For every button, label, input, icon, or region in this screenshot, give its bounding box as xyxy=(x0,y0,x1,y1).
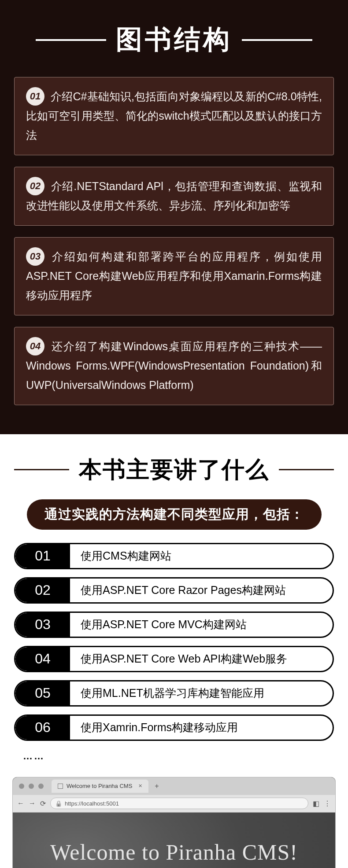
rule-right xyxy=(242,39,312,41)
browser-tab[interactable]: Welcome to Piranha CMS ✕ xyxy=(52,780,148,793)
item-text: 还介绍了构建Windows桌面应用程序的三种技术——Windows Forms.… xyxy=(26,340,322,391)
section2-subtitle: 通过实践的方法构建不同类型应用，包括： xyxy=(27,499,322,530)
topic-text: 使用ASP.NET Core Web API构建Web服务 xyxy=(70,652,287,666)
topic-text: 使用ASP.NET Core MVC构建网站 xyxy=(70,617,247,632)
extension-icon[interactable]: ◧ xyxy=(313,799,319,808)
menu-icon[interactable]: ⋮ xyxy=(324,799,331,808)
topic-text: 使用ML.NET机器学习库构建智能应用 xyxy=(70,686,264,700)
structure-item: 03介绍如何构建和部署跨平台的应用程序，例如使用ASP.NET Core构建We… xyxy=(14,237,334,315)
section2-title-row: 本书主要讲了什么 xyxy=(14,454,334,485)
item-badge: 04 xyxy=(26,337,44,355)
book-structure-panel: 图书结构 01介绍C#基础知识,包括面向对象编程以及新的C#8.0特性,比如可空… xyxy=(0,0,348,434)
url-text: https://localhost:5001 xyxy=(65,800,119,807)
browser-screenshot: Welcome to Piranha CMS ✕ + ← → ⟳ 🔒 https… xyxy=(0,777,348,868)
tab-title: Welcome to Piranha CMS xyxy=(67,783,132,789)
rule-right xyxy=(279,469,334,470)
page-icon xyxy=(58,784,63,789)
structure-item: 01介绍C#基础知识,包括面向对象编程以及新的C#8.0特性,比如可空引用类型、… xyxy=(14,77,334,155)
browser-window: Welcome to Piranha CMS ✕ + ← → ⟳ 🔒 https… xyxy=(12,777,336,868)
topic-item: 03 使用ASP.NET Core MVC构建网站 xyxy=(14,612,334,638)
topic-item: 05 使用ML.NET机器学习库构建智能应用 xyxy=(14,680,334,707)
topic-num: 02 xyxy=(15,579,70,602)
book-topics-panel: 本书主要讲了什么 通过实践的方法构建不同类型应用，包括： 01 使用CMS构建网… xyxy=(0,434,348,777)
browser-tabbar: Welcome to Piranha CMS ✕ + xyxy=(13,777,335,795)
structure-item: 04还介绍了构建Windows桌面应用程序的三种技术——Windows Form… xyxy=(14,327,334,405)
url-field[interactable]: 🔒 https://localhost:5001 xyxy=(50,798,308,809)
topic-item: 04 使用ASP.NET Core Web API构建Web服务 xyxy=(14,646,334,672)
item-text: 介绍如何构建和部署跨平台的应用程序，例如使用ASP.NET Core构建Web应… xyxy=(26,250,322,301)
topic-item: 06 使用Xamrin.Forms构建移动应用 xyxy=(14,714,334,741)
topic-num: 01 xyxy=(15,544,70,568)
section1-title-row: 图书结构 xyxy=(14,22,334,58)
rule-left xyxy=(14,469,69,470)
item-badge: 01 xyxy=(26,87,44,106)
hero-title: Welcome to Piranha CMS! xyxy=(22,839,326,865)
rule-left xyxy=(36,39,106,41)
topic-text: 使用CMS构建网站 xyxy=(70,549,171,563)
topic-text: 使用ASP.NET Core Razor Pages构建网站 xyxy=(70,583,286,597)
topic-num: 05 xyxy=(15,681,70,705)
section2-title: 本书主要讲了什么 xyxy=(79,454,269,485)
topic-num: 06 xyxy=(15,716,70,740)
topic-item: 01 使用CMS构建网站 xyxy=(14,543,334,569)
section1-title: 图书结构 xyxy=(116,22,232,58)
item-text: 介绍.NETStandard APl，包括管理和查询数据、监视和改进性能以及使用… xyxy=(26,180,322,212)
ellipsis: …… xyxy=(14,749,334,768)
traffic-light-icon xyxy=(38,784,44,789)
reload-icon[interactable]: ⟳ xyxy=(40,799,46,808)
item-badge: 03 xyxy=(26,247,44,266)
topic-num: 03 xyxy=(15,613,70,637)
item-badge: 02 xyxy=(26,177,44,195)
topic-text: 使用Xamrin.Forms构建移动应用 xyxy=(70,720,238,735)
page-content: Welcome to Piranha CMS! Thanks for using… xyxy=(13,813,335,868)
close-tab-icon[interactable]: ✕ xyxy=(138,783,142,789)
topic-item: 02 使用ASP.NET Core Razor Pages构建网站 xyxy=(14,577,334,604)
forward-icon[interactable]: → xyxy=(29,799,36,807)
topic-num: 04 xyxy=(15,647,70,671)
lock-icon: 🔒 xyxy=(55,800,62,807)
back-icon[interactable]: ← xyxy=(17,799,24,807)
structure-item: 02介绍.NETStandard APl，包括管理和查询数据、监视和改进性能以及… xyxy=(14,167,334,226)
item-text: 介绍C#基础知识,包括面向对象编程以及新的C#8.0特性,比如可空引用类型、简化… xyxy=(26,90,322,141)
traffic-light-icon xyxy=(29,784,34,789)
traffic-light-icon xyxy=(19,784,24,789)
browser-addressbar: ← → ⟳ 🔒 https://localhost:5001 ◧ ⋮ xyxy=(13,795,335,813)
new-tab-icon[interactable]: + xyxy=(155,782,159,790)
